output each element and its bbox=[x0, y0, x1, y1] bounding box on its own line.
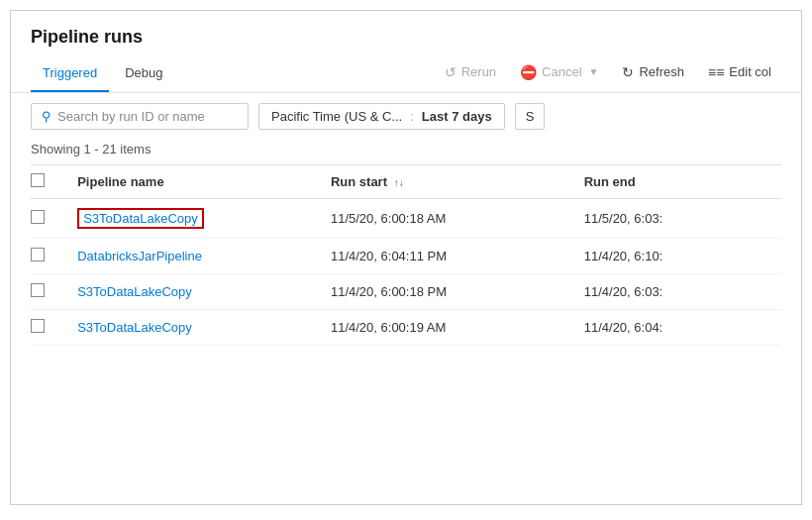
rerun-button[interactable]: ↺ Rerun bbox=[435, 59, 506, 85]
row1-pipeline-name-cell: S3ToDataLakeCopy bbox=[67, 199, 321, 239]
row4-run-end-cell: 11/4/20, 6:04: bbox=[574, 310, 781, 346]
row4-pipeline-link[interactable]: S3ToDataLakeCopy bbox=[77, 320, 192, 335]
cancel-label: Cancel bbox=[542, 64, 581, 79]
edit-cols-label: Edit col bbox=[729, 64, 771, 79]
filter-icon: ⚲ bbox=[42, 109, 51, 124]
row1-checkbox-cell bbox=[31, 199, 67, 239]
row1-checkbox[interactable] bbox=[31, 210, 45, 224]
tab-triggered[interactable]: Triggered bbox=[31, 57, 109, 92]
search-box[interactable]: ⚲ Search by run ID or name bbox=[31, 103, 249, 130]
header-run-end: Run end bbox=[574, 165, 781, 199]
filter-row: ⚲ Search by run ID or name Pacific Time … bbox=[11, 93, 801, 140]
page-title: Pipeline runs bbox=[11, 11, 801, 57]
time-range-button[interactable]: Pacific Time (US & C... : Last 7 days bbox=[258, 103, 505, 130]
row1-run-end-cell: 11/5/20, 6:03: bbox=[574, 199, 781, 239]
rerun-icon: ↺ bbox=[445, 64, 457, 80]
pipeline-name-header-label: Pipeline name bbox=[77, 174, 163, 189]
toolbar: ↺ Rerun ⛔ Cancel ▼ ↻ Refresh ≡≡ Edit col bbox=[435, 59, 781, 91]
refresh-label: Refresh bbox=[639, 64, 684, 79]
pipeline-runs-table: Pipeline name Run start ↑↓ Run end bbox=[31, 164, 781, 346]
table-row: S3ToDataLakeCopy 11/5/20, 6:00:18 AM 11/… bbox=[31, 199, 781, 239]
row3-run-end-cell: 11/4/20, 6:03: bbox=[574, 274, 781, 310]
row4-pipeline-name-cell: S3ToDataLakeCopy bbox=[67, 310, 321, 346]
showing-items-text: Showing 1 - 21 items bbox=[11, 140, 801, 164]
table-header-row: Pipeline name Run start ↑↓ Run end bbox=[31, 165, 781, 199]
tab-bar: Triggered Debug ↺ Rerun ⛔ Cancel ▼ ↻ Ref… bbox=[11, 57, 801, 93]
table-row: S3ToDataLakeCopy 11/4/20, 6:00:18 PM 11/… bbox=[31, 274, 781, 310]
header-run-start[interactable]: Run start ↑↓ bbox=[321, 165, 574, 199]
run-start-sort-icon: ↑↓ bbox=[394, 177, 404, 188]
header-checkbox[interactable] bbox=[31, 173, 45, 187]
row4-run-start-cell: 11/4/20, 6:00:19 AM bbox=[321, 310, 574, 346]
refresh-button[interactable]: ↻ Refresh bbox=[612, 59, 694, 85]
edit-cols-icon: ≡≡ bbox=[708, 64, 724, 80]
row2-run-start-cell: 11/4/20, 6:04:11 PM bbox=[321, 239, 574, 274]
row2-checkbox-cell bbox=[31, 239, 67, 274]
search-placeholder: Search by run ID or name bbox=[57, 109, 205, 124]
row3-pipeline-link[interactable]: S3ToDataLakeCopy bbox=[77, 284, 192, 299]
table-container: Pipeline name Run start ↑↓ Run end bbox=[11, 164, 801, 346]
row3-pipeline-name-cell: S3ToDataLakeCopy bbox=[67, 274, 321, 310]
time-separator: : bbox=[410, 109, 414, 124]
row3-run-start-cell: 11/4/20, 6:00:18 PM bbox=[321, 274, 574, 310]
row1-run-start-cell: 11/5/20, 6:00:18 AM bbox=[321, 199, 574, 239]
run-start-header-label: Run start bbox=[331, 174, 387, 189]
row4-checkbox-cell bbox=[31, 310, 67, 346]
row2-pipeline-link[interactable]: DatabricksJarPipeline bbox=[77, 249, 202, 263]
time-zone-label: Pacific Time (US & C... bbox=[271, 109, 402, 124]
run-end-header-label: Run end bbox=[584, 174, 636, 189]
edit-columns-button[interactable]: ≡≡ Edit col bbox=[698, 59, 781, 85]
refresh-icon: ↻ bbox=[622, 64, 634, 80]
cancel-dropdown-icon: ▼ bbox=[589, 66, 599, 77]
row2-pipeline-name-cell: DatabricksJarPipeline bbox=[67, 239, 321, 274]
rerun-label: Rerun bbox=[461, 64, 496, 79]
row1-pipeline-link[interactable]: S3ToDataLakeCopy bbox=[77, 208, 204, 229]
status-filter-button[interactable]: S bbox=[515, 103, 546, 130]
header-pipeline-name: Pipeline name bbox=[67, 165, 321, 199]
row2-run-end-cell: 11/4/20, 6:10: bbox=[574, 239, 781, 274]
row2-checkbox[interactable] bbox=[31, 248, 45, 261]
table-row: DatabricksJarPipeline 11/4/20, 6:04:11 P… bbox=[31, 239, 781, 274]
time-range-label: Last 7 days bbox=[422, 109, 492, 124]
table-row: S3ToDataLakeCopy 11/4/20, 6:00:19 AM 11/… bbox=[31, 310, 781, 346]
header-checkbox-col bbox=[31, 165, 67, 199]
cancel-icon: ⛔ bbox=[520, 64, 537, 80]
row3-checkbox[interactable] bbox=[31, 283, 45, 297]
row4-checkbox[interactable] bbox=[31, 319, 45, 333]
cancel-button[interactable]: ⛔ Cancel ▼ bbox=[510, 59, 608, 85]
tab-debug[interactable]: Debug bbox=[113, 57, 174, 92]
row3-checkbox-cell bbox=[31, 274, 67, 310]
status-label: S bbox=[526, 109, 535, 124]
